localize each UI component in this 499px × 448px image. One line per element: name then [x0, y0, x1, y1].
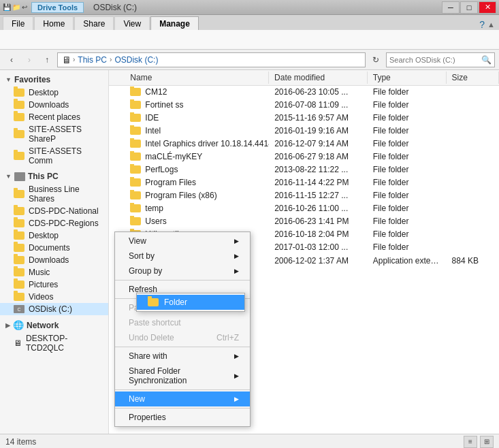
ctx-sort-by[interactable]: Sort by ▶	[115, 249, 250, 263]
minimize-button[interactable]: ─	[442, 1, 460, 14]
ctx-group-by[interactable]: Group by ▶	[115, 263, 250, 278]
sidebar-item-desktop[interactable]: Desktop	[0, 86, 108, 99]
ctx-share-with-label: Share with	[129, 351, 167, 361]
ctx-new-label: New	[129, 394, 145, 404]
row-check[interactable]	[109, 169, 125, 170]
sidebar-item-desktop-pc[interactable]: 🖥 DESKTOP-TCD2QLC	[0, 332, 108, 354]
thispc-collapse-icon: ▼	[5, 173, 12, 180]
table-row[interactable]: IDE 2015-11-16 9:57 AM File folder	[109, 112, 499, 125]
ctx-share-arrow: ▶	[234, 353, 239, 359]
row-check[interactable]	[109, 143, 125, 144]
ctx-share-with[interactable]: Share with ▶	[115, 349, 250, 364]
address-path[interactable]: 🖥 › This PC › OSDisk (C:)	[57, 52, 366, 67]
ctx-paste-shortcut-label: Paste shortcut	[129, 318, 181, 327]
sub-ctx-folder[interactable]: Folder	[137, 295, 244, 310]
table-row[interactable]: Users 2016-06-23 1:41 PM File folder	[109, 215, 499, 228]
table-row[interactable]: Fortinet ss 2016-07-08 11:09 ... File fo…	[109, 99, 499, 112]
close-button[interactable]: ✕	[479, 1, 496, 14]
tab-home[interactable]: Home	[34, 16, 74, 30]
sidebar-item-music[interactable]: Music	[0, 266, 108, 278]
row-check[interactable]	[109, 117, 125, 118]
ctx-separator-4	[115, 389, 250, 390]
row-check[interactable]	[109, 91, 125, 93]
name-column-header[interactable]: Name	[125, 71, 269, 84]
folder-icon	[14, 268, 25, 276]
row-size	[447, 117, 499, 118]
tab-view[interactable]: View	[114, 16, 150, 30]
tiles-view-button[interactable]: ⊞	[480, 436, 494, 448]
ctx-separator-5	[115, 408, 250, 409]
date-column-header[interactable]: Date modified	[269, 71, 368, 84]
sidebar-item-business-line[interactable]: Business Line Shares	[0, 183, 108, 205]
row-check[interactable]	[109, 104, 125, 106]
sidebar-item-downloads2[interactable]: Downloads	[0, 254, 108, 266]
row-type: File folder	[368, 151, 447, 162]
sidebar-item-label: SITE-ASSETS ShareP	[29, 125, 103, 144]
tab-file[interactable]: File	[3, 16, 33, 30]
row-check[interactable]	[109, 221, 125, 222]
table-row[interactable]: maCLÉ-myKEY 2016-06-27 9:18 AM File fold…	[109, 150, 499, 163]
row-check[interactable]	[109, 195, 125, 196]
table-row[interactable]: Intel Graphics driver 10.18.14.4414 - Su…	[109, 138, 499, 150]
sidebar-network-header[interactable]: ▶ 🌐 Network	[0, 318, 108, 332]
sidebar-item-desktop2[interactable]: Desktop	[0, 229, 108, 242]
folder-icon	[130, 217, 141, 225]
sidebar-item-label: Downloads	[29, 255, 69, 265]
sidebar-item-downloads[interactable]: Downloads	[0, 99, 108, 111]
search-box[interactable]: 🔍	[386, 52, 495, 67]
maximize-button[interactable]: □	[460, 1, 478, 14]
tab-manage[interactable]: Manage	[150, 16, 199, 30]
ctx-shared-folder-sync-label: Shared Folder Synchronization	[129, 366, 234, 385]
refresh-address-button[interactable]: ↻	[368, 52, 383, 67]
table-row[interactable]: CM12 2016-06-23 10:05 ... File folder	[109, 86, 499, 99]
search-input[interactable]	[389, 56, 479, 64]
ctx-undo-delete[interactable]: Undo Delete Ctrl+Z	[115, 330, 250, 345]
ctx-shared-folder-sync[interactable]: Shared Folder Synchronization ▶	[115, 364, 250, 388]
sidebar-item-recent[interactable]: Recent places	[0, 111, 108, 123]
help-icon[interactable]: ?	[479, 19, 485, 30]
sidebar-item-videos[interactable]: Videos	[0, 291, 108, 303]
row-name: Program Files	[125, 177, 269, 188]
ctx-view[interactable]: View ▶	[115, 234, 250, 249]
sidebar-item-cds-regions[interactable]: CDS-PDC-Regions	[0, 217, 108, 229]
table-row[interactable]: PerfLogs 2013-08-22 11:22 ... File folde…	[109, 163, 499, 176]
ctx-paste-shortcut[interactable]: Paste shortcut	[115, 315, 250, 330]
row-check[interactable]	[109, 208, 125, 209]
sidebar-item-site-assets-2[interactable]: SITE-ASSETS Comm	[0, 145, 108, 167]
sidebar-item-cds-national[interactable]: CDS-PDC-National	[0, 205, 108, 217]
ctx-properties[interactable]: Properties	[115, 410, 250, 425]
table-row[interactable]: Program Files (x86) 2016-11-15 12:27 ...…	[109, 189, 499, 202]
breadcrumb-osdisk[interactable]: OSDisk (C:)	[113, 55, 159, 65]
tab-share[interactable]: Share	[74, 16, 114, 30]
sidebar-thispc-header[interactable]: ▼ This PC	[0, 170, 108, 183]
details-view-button[interactable]: ≡	[464, 436, 477, 448]
sidebar-item-label: Music	[29, 268, 50, 277]
breadcrumb-thispc[interactable]: This PC	[76, 55, 108, 65]
ctx-new[interactable]: New ▶	[115, 391, 250, 406]
row-check[interactable]	[109, 156, 125, 157]
drive-tools-label: Drive Tools	[31, 2, 84, 13]
row-name: Intel Graphics driver 10.18.14.4414 - Su…	[125, 138, 269, 149]
sidebar-item-osdisk[interactable]: C OSDisk (C:)	[0, 303, 108, 315]
sidebar-item-pictures[interactable]: Pictures	[0, 278, 108, 291]
type-column-header[interactable]: Type	[368, 71, 447, 84]
sidebar-item-label: DESKTOP-TCD2QLC	[26, 334, 103, 353]
forward-button[interactable]: ›	[22, 52, 37, 67]
row-type: File folder	[368, 177, 447, 188]
row-size	[447, 234, 499, 235]
up-button[interactable]: ↑	[39, 52, 54, 67]
table-row[interactable]: Program Files 2016-11-14 4:22 PM File fo…	[109, 176, 499, 189]
ctx-sort-arrow: ▶	[234, 253, 239, 259]
sidebar-item-documents[interactable]: Documents	[0, 242, 108, 254]
row-check[interactable]	[109, 182, 125, 183]
size-column-header[interactable]: Size	[447, 71, 499, 84]
row-date: 2016-01-19 9:16 AM	[269, 125, 368, 136]
row-check[interactable]	[109, 130, 125, 131]
folder-icon	[148, 298, 159, 306]
table-row[interactable]: temp 2016-10-26 11:00 ... File folder	[109, 202, 499, 215]
table-row[interactable]: Intel 2016-01-19 9:16 AM File folder	[109, 125, 499, 138]
back-button[interactable]: ‹	[4, 52, 19, 67]
sidebar-item-site-assets-1[interactable]: SITE-ASSETS ShareP	[0, 123, 108, 145]
sidebar-favorites-header[interactable]: ▼ Favorites	[0, 73, 108, 86]
collapse-ribbon-icon[interactable]: ▲	[487, 20, 495, 29]
